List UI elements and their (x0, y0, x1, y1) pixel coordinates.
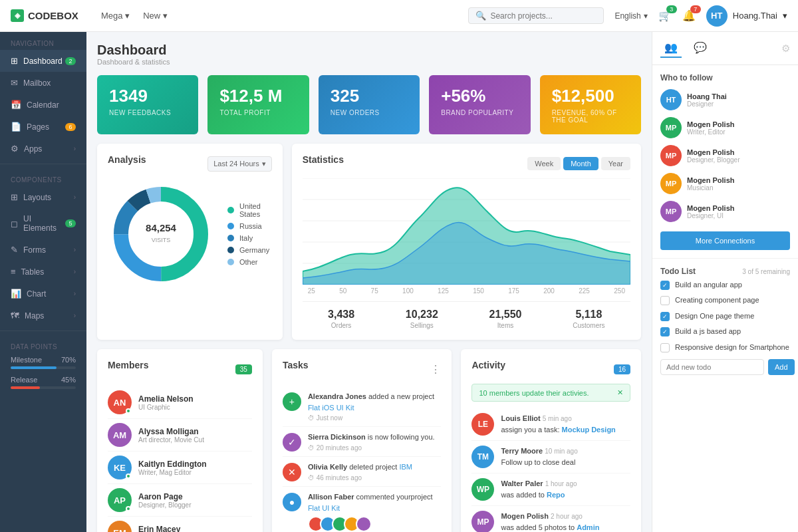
member-item[interactable]: AP Aaron PageDesigner, Blogger (108, 484, 252, 517)
notification-button[interactable]: 🔔 7 (682, 9, 696, 22)
follow-avatar: MP (660, 117, 682, 138)
stats-month-btn[interactable]: Month (563, 157, 598, 170)
tasks-menu-icon[interactable]: ⋮ (430, 363, 441, 376)
member-online-indicator (126, 408, 131, 414)
sidebar-item-forms[interactable]: ✎Forms › (0, 239, 86, 261)
cart-button[interactable]: 🛒 3 (658, 9, 672, 22)
todo-checkbox[interactable]: ✓ (660, 281, 670, 290)
sidebar-item-dashboard[interactable]: ⊞Dashboard 2 (0, 50, 86, 72)
activity-alert-close[interactable]: ✕ (617, 388, 623, 397)
task-content: Olivia Kelly deleted project IBM ⏱ 46 mi… (308, 462, 412, 481)
rp-tab-people[interactable]: 👥 (660, 39, 682, 58)
orders-value: 325 (331, 86, 408, 106)
todo-item: Creating component page (660, 295, 790, 305)
member-item[interactable]: EM Erin MaceyWritter, Mag Editor (108, 517, 252, 532)
tasks-title: Tasks (283, 360, 309, 370)
sidebar-item-maps[interactable]: 🗺Maps › (0, 305, 86, 327)
apps-icon: ⚙ (11, 144, 19, 154)
menu-item-new[interactable]: New ▾ (143, 11, 168, 21)
popularity-value: +56% (441, 86, 518, 106)
who-to-follow-section: Who to follow HT Hoang ThaiDesigner MP M… (652, 65, 798, 258)
language-label: English (614, 11, 640, 21)
activity-avatar: MP (471, 511, 494, 532)
user-avatar: HT (706, 5, 728, 27)
todo-checkbox[interactable]: ✓ (660, 327, 670, 336)
activity-content: Walter Paler 1 hour agowas added to Repo (501, 478, 577, 500)
page-subtitle: Dashboard & statistics (97, 58, 641, 66)
search-box[interactable]: 🔍 (468, 7, 604, 24)
member-info: Erin MaceyWritter, Mag Editor (138, 525, 194, 533)
members-title: Members (108, 360, 148, 370)
todo-checkbox[interactable]: ✓ (660, 312, 670, 321)
metric-items: 21,550 Items (489, 309, 522, 329)
sidebar-item-calendar[interactable]: 📅Calendar (0, 94, 86, 116)
sidebar-item-tables[interactable]: ≡Tables › (0, 261, 86, 283)
todo-item: ✓ Design One page theme (660, 311, 790, 321)
rp-tab-chat[interactable]: 💬 (690, 39, 711, 58)
orders-label: NEW ORDERS (331, 109, 408, 116)
search-input[interactable] (490, 11, 597, 21)
analysis-panel: Analysis Last 24 Hours ▾ 84,254 VIS (97, 144, 283, 340)
todo-item: Responsive design for Smartphone (660, 342, 790, 352)
todo-checkbox[interactable] (660, 296, 670, 305)
member-item[interactable]: AN Amelia NelsonUI Graphic (108, 386, 252, 419)
legend-italy: Italy (227, 234, 272, 242)
more-connections-button[interactable]: More Connections (660, 231, 790, 250)
release-label: Release (11, 376, 37, 384)
release-bar (11, 386, 76, 389)
maps-icon: 🗺 (11, 311, 19, 321)
metric-sellings: 10,232 Sellings (406, 309, 438, 329)
legend-dot-other (227, 259, 234, 265)
milestone-item: Milestone 70% (11, 356, 76, 369)
sidebar-item-mailbox[interactable]: ✉Mailbox (0, 72, 86, 94)
stats-year-btn[interactable]: Year (601, 157, 630, 170)
members-badge: 35 (235, 364, 252, 374)
member-online-indicator (126, 506, 131, 511)
todo-checkbox[interactable] (660, 343, 670, 352)
todo-count: 3 of 5 remaining (742, 268, 790, 275)
activity-alert: 10 members update their activies. ✕ (471, 384, 630, 402)
sidebar-item-ui-elements[interactable]: ◻UI Elements 5 (0, 208, 86, 239)
chart-icon: 📊 (11, 289, 21, 299)
tasks-panel: Tasks ⋮ + Alexandra Jones added a new pr… (272, 349, 452, 532)
chart-arrow: › (74, 290, 76, 297)
rp-settings-icon[interactable]: ⚙ (781, 43, 790, 55)
page-header: Dashboard Dashboard & statistics (97, 43, 641, 66)
menu-item-mega[interactable]: Mega ▾ (101, 11, 130, 21)
sidebar-item-apps[interactable]: ⚙Apps › (0, 138, 86, 160)
pages-icon: 📄 (11, 122, 21, 132)
profit-value: $12,5 M (219, 86, 297, 106)
calendar-icon: 📅 (11, 100, 21, 110)
task-content: Allison Faber commented yourproject Flat… (308, 491, 442, 532)
pages-badge: 6 (65, 123, 76, 131)
sidebar: Navigation ⊞Dashboard 2 ✉Mailbox 📅Calend… (0, 32, 86, 532)
sidebar-item-layouts[interactable]: ⊞Layouts › (0, 186, 86, 208)
legend-germany: Germany (227, 246, 272, 254)
bottom-row: Members 35 AN Amelia NelsonUI Graphic AM… (97, 349, 641, 532)
right-panel-tabs: 👥 💬 ⚙ (652, 32, 798, 65)
stat-card-popularity: +56% BRAND POPULARITY (429, 75, 530, 134)
stats-week-btn[interactable]: Week (527, 157, 561, 170)
member-item[interactable]: KE Kaitlyn EddingtonWriter, Mag Editor (108, 452, 252, 484)
task-item: ✓ Sierra Dickinson is now following you.… (283, 427, 442, 457)
sidebar-item-chart[interactable]: 📊Chart › (0, 283, 86, 305)
todo-input[interactable] (660, 359, 764, 375)
legend-dot-russia (227, 223, 234, 229)
milestone-bar (11, 366, 76, 369)
activity-content: Mogen Polish 2 hour agowas added 5 photo… (501, 511, 630, 532)
notification-badge: 7 (690, 5, 701, 13)
todo-add-button[interactable]: Add (768, 359, 795, 375)
milestone-label: Milestone (11, 356, 42, 364)
sidebar-item-pages[interactable]: 📄Pages 6 (0, 116, 86, 138)
member-item[interactable]: AM Alyssa MolliganArt director, Movie Cu… (108, 419, 252, 452)
activity-header: Activity 16 (471, 360, 630, 378)
tables-arrow: › (74, 268, 76, 275)
language-select[interactable]: English ▾ (614, 11, 647, 21)
panels-row-1: Analysis Last 24 Hours ▾ 84,254 VIS (97, 144, 641, 340)
task-content: Alexandra Jones added a new project Flat… (308, 391, 442, 422)
task-delete-icon: ✕ (283, 463, 301, 481)
activity-avatar: TM (471, 446, 494, 468)
task-item: ● Allison Faber commented yourproject Fl… (283, 487, 442, 532)
user-info[interactable]: HT Hoang.Thai ▾ (706, 5, 787, 27)
analysis-time-select[interactable]: Last 24 Hours ▾ (207, 156, 271, 172)
